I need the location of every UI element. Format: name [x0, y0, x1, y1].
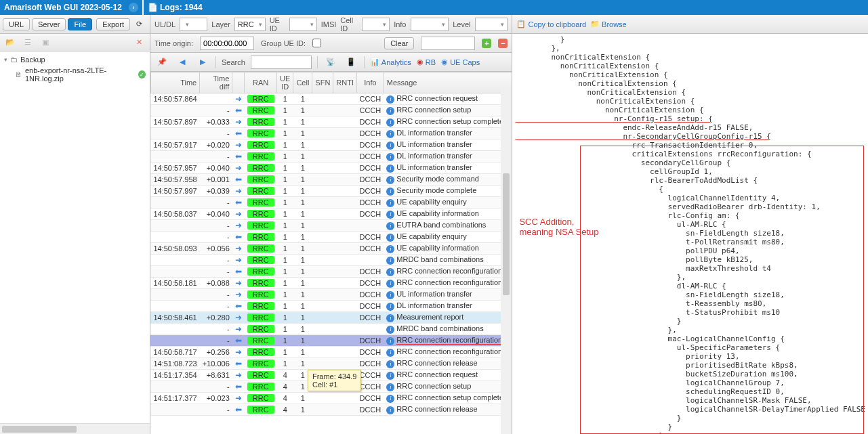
col-ue[interactable]: UE ID	[277, 72, 293, 93]
ueid-select[interactable]: ▾	[289, 18, 317, 31]
time-origin-label: Time origin:	[154, 39, 193, 47]
direction-icon: ➜	[235, 186, 242, 196]
table-row[interactable]: -⬅RRC11DCCHiUE capability enquiry	[150, 232, 512, 243]
table-row[interactable]: 14:50:58.717+0.256➜RRC11DCCHiRRC connect…	[150, 347, 512, 358]
rb-button[interactable]: ◉RB	[417, 58, 436, 66]
table-row[interactable]: -➜RRC11iMRDC band combinations	[150, 255, 512, 266]
pin-icon[interactable]: 📌	[154, 56, 169, 69]
table-row[interactable]: -⬅RRC11DCCHiDL information transfer	[150, 301, 512, 312]
uldl-label: UL/DL	[154, 20, 175, 28]
message-detail[interactable]: } }, nonCriticalExtension { nonCriticalE…	[512, 34, 868, 434]
phone-icon[interactable]: 📱	[344, 56, 358, 69]
open-icon[interactable]: 📂	[3, 36, 18, 49]
table-row[interactable]: -⬅RRC11DCCHiDL information transfer	[150, 128, 512, 139]
action-bar: 📌 ◀ ▶ Search 📡 📱 📊Analytics ◉RB ◉UE Caps	[150, 53, 512, 72]
uecaps-button[interactable]: ◉UE Caps	[441, 58, 480, 66]
info-icon: i	[386, 142, 394, 150]
col-msg[interactable]: Message	[384, 72, 512, 93]
table-row[interactable]: -⬅RRC11DCCHiRRC connection reconfigurati…	[150, 335, 512, 347]
table-row[interactable]: -⬅RRC11DCCHiRRC connection reconfigurati…	[150, 266, 512, 278]
direction-icon: ➜	[235, 94, 242, 104]
level-select[interactable]: ▾	[475, 18, 508, 31]
col-info[interactable]: Info	[357, 72, 384, 93]
table-row[interactable]: 14:51:17.377+0.023➜RRC41DCCHiRRC connect…	[150, 393, 512, 404]
level-label: Level	[453, 20, 470, 28]
collapse-all-icon[interactable]: ▣	[38, 36, 53, 49]
table-row[interactable]: -⬅RRC11DCCHiUE capability enquiry	[150, 197, 512, 209]
table-row[interactable]: -➜RRC11DCCHiUL information transfer	[150, 289, 512, 301]
table-row[interactable]: 14:50:57.958+0.001⬅RRC11DCCHiSecurity mo…	[150, 174, 512, 186]
group-ueid-checkbox[interactable]	[312, 39, 321, 47]
uldl-select[interactable]: ▾	[180, 18, 207, 31]
export-button[interactable]: Export	[96, 18, 130, 30]
table-row[interactable]: 14:50:58.461+0.280➜RRC11DCCHiMeasurement…	[150, 312, 512, 324]
remove-icon[interactable]: −	[498, 39, 508, 48]
info-icon: i	[386, 337, 394, 345]
direction-icon: ⬅	[235, 336, 242, 345]
table-row[interactable]: 14:50:57.917+0.020➜RRC11DCCHiUL informat…	[150, 139, 512, 151]
file-icon: 🗎	[15, 70, 22, 79]
table-row[interactable]: 14:50:57.864➜RRC11CCCHiRRC connection re…	[150, 93, 512, 105]
table-row[interactable]: -⬅RRC41DCCHiRRC connection release	[150, 404, 512, 416]
clear-button[interactable]: Clear	[384, 37, 414, 49]
table-row[interactable]: 14:50:58.093+0.056➜RRC11DCCHiUE capabili…	[150, 243, 512, 255]
col-dir[interactable]	[232, 72, 245, 93]
server-tab[interactable]: Server	[32, 18, 66, 30]
info-label: Info	[394, 20, 406, 28]
collapse-left-icon[interactable]: ‹	[129, 3, 138, 12]
tree-file[interactable]: 🗎 enb-export-nr-nsa-2LTE-1NR.log.zip ✓	[4, 65, 146, 84]
file-tab[interactable]: File	[68, 18, 92, 30]
table-row[interactable]: -➜RRC11iEUTRA band combinations	[150, 220, 512, 232]
app-title: Amarisoft Web GUI 2023-05-12	[4, 3, 122, 12]
browse-icon: 📁	[590, 20, 600, 28]
col-rnti[interactable]: RNTI	[333, 72, 357, 93]
analytics-button[interactable]: 📊Analytics	[370, 58, 411, 66]
table-row[interactable]: 14:50:57.997+0.039➜RRC11DCCHiSecurity mo…	[150, 186, 512, 197]
filter-input[interactable]	[421, 37, 475, 50]
table-row[interactable]: 14:50:57.957+0.040➜RRC11DCCHiUL informat…	[150, 162, 512, 174]
table-row[interactable]: 14:50:57.897+0.033➜RRC11DCCHiRRC connect…	[150, 116, 512, 128]
table-row[interactable]: 14:50:58.037+0.040➜RRC11DCCHiUE capabili…	[150, 209, 512, 220]
tree-folder[interactable]: ▾ 🗀 Backup	[4, 54, 146, 65]
table-row[interactable]: -➜RRC11iMRDC band combinations	[150, 324, 512, 335]
layer-select[interactable]: RRC▾	[234, 18, 266, 31]
copy-clipboard-button[interactable]: 📋Copy to clipboard	[516, 20, 586, 28]
direction-icon: ➜	[235, 324, 242, 334]
table-row[interactable]: 14:50:58.181+0.088➜RRC11DCCHiRRC connect…	[150, 278, 512, 289]
cell-tooltip: Frame: 434.9Cell: #1	[308, 370, 361, 391]
direction-icon: ➜	[235, 117, 242, 127]
ueid-label: UE ID	[270, 16, 285, 32]
tower-icon[interactable]: 📡	[323, 56, 338, 69]
info-icon: i	[386, 222, 394, 230]
cellid-select[interactable]: ▾	[362, 18, 390, 31]
col-ran[interactable]: RAN	[245, 72, 277, 93]
col-cell[interactable]: Cell	[293, 72, 312, 93]
browse-button[interactable]: 📁Browse	[590, 20, 627, 28]
col-sfn[interactable]: SFN	[312, 72, 333, 93]
url-tab[interactable]: URL	[3, 18, 30, 30]
delete-icon[interactable]: ✕	[132, 36, 147, 49]
list-icon[interactable]: ☰	[20, 36, 35, 49]
time-origin-input[interactable]	[200, 37, 254, 50]
add-icon[interactable]: +	[482, 39, 491, 48]
nav-back-icon[interactable]: ◀	[175, 56, 190, 69]
search-label: Search	[222, 58, 245, 66]
folder-icon: 🗀	[10, 56, 18, 64]
table-row[interactable]: 14:51:08.723+10.006⬅RRC11DCCHiRRC connec…	[150, 358, 512, 370]
col-time[interactable]: Time	[150, 72, 199, 93]
logs-icon: 📄	[148, 3, 157, 12]
log-vscrollbar[interactable]	[501, 85, 512, 434]
app-titlebar: Amarisoft Web GUI 2023-05-12 ‹	[0, 0, 142, 15]
info-select[interactable]: ▾	[411, 18, 449, 31]
direction-icon: ➜	[235, 221, 242, 230]
col-diff[interactable]: Time diff	[200, 72, 232, 93]
refresh-icon[interactable]: ⟳	[132, 18, 147, 31]
table-row[interactable]: -⬅RRC11DCCHiDL information transfer	[150, 151, 512, 162]
file-label: enb-export-nr-nsa-2LTE-1NR.log.zip	[25, 66, 136, 83]
table-row[interactable]: -⬅RRC11CCCHiRRC connection setup	[150, 105, 512, 116]
nav-fwd-icon[interactable]: ▶	[195, 56, 210, 69]
info-icon: i	[386, 383, 394, 391]
log-table: Time Time diff RAN UE ID Cell SFN RNTI I…	[150, 72, 512, 416]
left-scrollbar[interactable]	[0, 423, 150, 434]
search-input[interactable]	[251, 56, 312, 69]
